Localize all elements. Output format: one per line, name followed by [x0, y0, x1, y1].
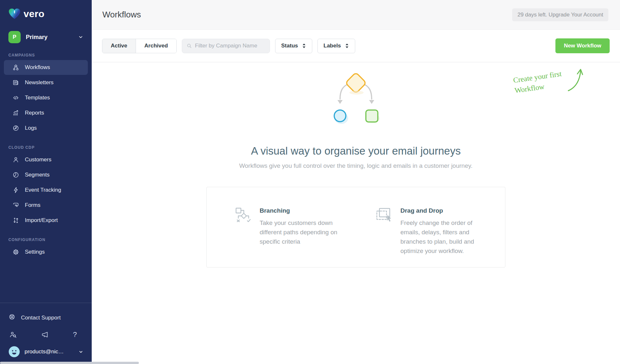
select-arrows-icon: [345, 43, 349, 48]
megaphone-icon[interactable]: [41, 331, 49, 339]
sidebar-item-label: Forms: [25, 202, 40, 208]
curved-arrow-icon: [567, 67, 584, 93]
active-archived-toggle: Active Archived: [102, 39, 177, 53]
chevron-down-icon: [78, 35, 83, 40]
speech-bubble-icon: [12, 202, 19, 209]
project-avatar: P: [8, 31, 21, 43]
sidebar-item-reports[interactable]: Reports: [4, 106, 88, 120]
status-dropdown[interactable]: Status: [275, 39, 312, 53]
person-icon: [12, 156, 19, 163]
new-workflow-button[interactable]: New Workflow: [555, 38, 610, 53]
trial-upgrade-badge[interactable]: 29 days left. Upgrade Your Account: [512, 8, 608, 21]
sidebar-item-import-export[interactable]: Import/Export: [4, 213, 88, 228]
sidebar: vero P Primary CAMPAIGNS Workflows Newsl…: [0, 0, 92, 364]
radar-icon: [12, 125, 19, 132]
empty-state-subheading: Workflows give you full control over the…: [92, 162, 620, 169]
feature-description: Freely change the order of emails, delay…: [400, 218, 493, 256]
workflow-illustration: [321, 71, 390, 130]
gear-icon: [12, 248, 19, 256]
feature-branching: Branching Take your customers down diffe…: [235, 207, 353, 267]
drag-and-drop-icon: [376, 207, 392, 222]
sidebar-item-label: Workflows: [25, 64, 50, 71]
section-label-campaigns: CAMPAIGNS: [8, 53, 83, 57]
sidebar-item-label: Newsletters: [25, 79, 54, 86]
labels-dropdown[interactable]: Labels: [317, 39, 355, 53]
feature-description: Take your customers down different paths…: [260, 218, 353, 246]
vero-heart-icon: [8, 8, 21, 19]
project-switcher[interactable]: P Primary: [8, 31, 83, 43]
newsletter-icon: [12, 79, 19, 86]
brand-name: vero: [24, 8, 45, 19]
annotation-text: Create your first Workflow: [513, 69, 564, 96]
tab-active[interactable]: Active: [102, 39, 136, 53]
select-arrows-icon: [302, 43, 306, 48]
project-name: Primary: [26, 34, 47, 41]
section-label-configuration: CONFIGURATION: [8, 238, 83, 242]
sidebar-item-workflows[interactable]: Workflows: [4, 60, 88, 75]
import-export-icon: [12, 217, 19, 224]
sidebar-item-newsletters[interactable]: Newsletters: [4, 75, 88, 90]
sidebar-item-settings[interactable]: Settings: [4, 245, 88, 259]
lightning-icon: [12, 187, 19, 194]
tab-archived[interactable]: Archived: [136, 39, 176, 53]
horizontal-scrollbar[interactable]: [0, 362, 139, 364]
chart-icon: [12, 109, 19, 116]
main-area: Workflows 29 days left. Upgrade Your Acc…: [92, 0, 620, 364]
search-icon: [187, 43, 192, 49]
sidebar-item-label: Import/Export: [25, 217, 58, 224]
sidebar-item-label: Logs: [25, 125, 37, 131]
contact-support-link[interactable]: Contact Support: [0, 310, 92, 325]
empty-state: Create your first Workflow A visual way …: [92, 62, 620, 364]
sidebar-item-label: Event Tracking: [25, 187, 61, 193]
empty-state-heading: A visual way to organise your email jour…: [92, 145, 620, 157]
sidebar-item-label: Customers: [25, 157, 51, 163]
avatar: [8, 346, 20, 358]
user-search-icon[interactable]: [9, 331, 17, 339]
sidebar-item-customers[interactable]: Customers: [4, 152, 88, 167]
sidebar-item-label: Segments: [25, 172, 50, 178]
labels-dropdown-label: Labels: [324, 43, 341, 49]
utility-icons: ?: [0, 325, 92, 341]
feature-title: Drag and Drop: [400, 207, 493, 214]
sidebar-item-logs[interactable]: Logs: [4, 121, 88, 136]
campaign-search: [182, 39, 270, 53]
help-icon[interactable]: ?: [73, 330, 77, 339]
sidebar-footer: Contact Support ? products@nic…: [0, 303, 92, 364]
page-title: Workflows: [102, 10, 141, 20]
feature-title: Branching: [260, 207, 353, 214]
account-menu[interactable]: products@nic…: [0, 341, 92, 359]
feature-drag-and-drop: Drag and Drop Freely change the order of…: [376, 207, 493, 267]
status-dropdown-label: Status: [281, 43, 298, 49]
sidebar-item-templates[interactable]: Templates: [4, 90, 88, 105]
code-icon: [12, 94, 19, 101]
sidebar-item-forms[interactable]: Forms: [4, 198, 88, 213]
contact-support-label: Contact Support: [21, 315, 61, 321]
chevron-down-icon: [78, 349, 83, 354]
create-first-workflow-annotation: Create your first Workflow: [514, 72, 584, 93]
features-card: Branching Take your customers down diffe…: [206, 187, 505, 268]
sidebar-item-event-tracking[interactable]: Event Tracking: [4, 183, 88, 197]
sidebar-item-label: Templates: [25, 95, 50, 101]
workflow-icon: [12, 64, 19, 71]
pie-icon: [12, 171, 19, 178]
account-email: products@nic…: [25, 349, 64, 355]
search-input[interactable]: [195, 43, 265, 49]
section-label-cloud-cdp: CLOUD CDP: [8, 145, 83, 150]
sidebar-item-label: Settings: [25, 249, 45, 255]
sidebar-item-label: Reports: [25, 110, 44, 116]
branching-icon: [235, 207, 251, 222]
filter-toolbar: Active Archived Status Labels New Workfl…: [92, 30, 620, 62]
sidebar-item-segments[interactable]: Segments: [4, 167, 88, 182]
vero-logo[interactable]: vero: [0, 8, 92, 19]
page-header: Workflows 29 days left. Upgrade Your Acc…: [92, 0, 620, 30]
lifebuoy-icon: [8, 313, 16, 322]
